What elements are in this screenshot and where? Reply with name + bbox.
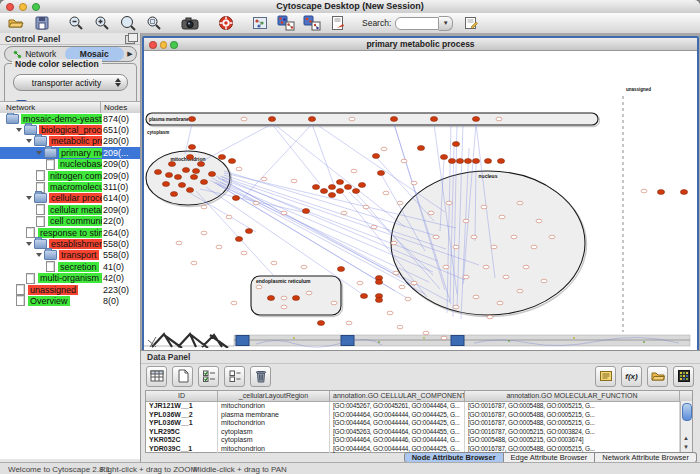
search-dropdown-icon[interactable]: ▼ bbox=[439, 16, 453, 31]
tree-row[interactable]: metabolic process280(0) bbox=[0, 136, 140, 147]
table-cell[interactable]: mitochondrion bbox=[218, 445, 330, 454]
network-view-window[interactable]: primary metabolic process plasma membran… bbox=[142, 36, 699, 353]
tree-row[interactable]: secretion41(0) bbox=[0, 261, 140, 272]
table-cell[interactable]: [GO:0044464, GO:0044446, GO:0044444, G..… bbox=[330, 436, 465, 445]
table-cell[interactable]: [GO:0016787, GO:0005488, GO:0005215, G..… bbox=[465, 419, 680, 428]
table-cell[interactable]: plasma membrane bbox=[218, 411, 330, 420]
table-cell[interactable]: YDR039C__1 bbox=[146, 445, 218, 454]
edit-network-icon[interactable] bbox=[461, 14, 481, 32]
expand-collapse-icon[interactable] bbox=[36, 151, 42, 155]
network-window-titlebar[interactable]: primary metabolic process bbox=[144, 38, 697, 51]
window-titlebar[interactable]: Cytoscape Desktop (New Session) bbox=[0, 0, 700, 14]
apply-layout-icon-1[interactable] bbox=[276, 14, 296, 32]
table-cell[interactable]: YLR295C bbox=[146, 428, 218, 437]
tree-item-label: Overview bbox=[28, 296, 70, 306]
tree-row[interactable]: nucleobase-209(0) bbox=[0, 159, 140, 170]
tree-row[interactable]: transport558(0) bbox=[0, 250, 140, 261]
folder-icon bbox=[44, 250, 57, 260]
tree-row[interactable]: multi-organism pro42(0) bbox=[0, 272, 140, 283]
apply-layout-icon-2[interactable] bbox=[302, 14, 322, 32]
column-header[interactable]: ID bbox=[146, 391, 218, 401]
zoom-fit-icon[interactable] bbox=[118, 14, 138, 32]
scroll-down-icon[interactable]: ▼ bbox=[681, 443, 691, 452]
tree-row[interactable]: unassigned223(0) bbox=[0, 284, 140, 295]
tree-row[interactable]: nitrogen compo209(0) bbox=[0, 170, 140, 181]
network-graph[interactable]: plasma membranecytoplasmmitochondrionnuc… bbox=[144, 51, 693, 348]
tree-row[interactable]: response to stimulu264(0) bbox=[0, 227, 140, 238]
table-cell[interactable]: [GO:0045267, GO:0045261, GO:0044464, G..… bbox=[330, 402, 465, 411]
zoom-selected-icon[interactable] bbox=[144, 14, 164, 32]
tree-row[interactable]: mosaic-demo-yeast874(0) bbox=[0, 113, 140, 124]
new-attribute-icon[interactable] bbox=[172, 366, 193, 387]
table-cell[interactable]: [GO:0005488, GO:0005215, GO:0003674] bbox=[465, 436, 680, 445]
attribute-matrix-icon[interactable] bbox=[673, 366, 694, 387]
label-attribute-icon[interactable] bbox=[595, 366, 616, 387]
table-cell[interactable]: YKR052C bbox=[146, 436, 218, 445]
table-row[interactable]: YKR052Ccytoplasm[GO:0044464, GO:0044446,… bbox=[146, 436, 692, 445]
save-session-icon[interactable] bbox=[32, 14, 52, 32]
zoom-in-icon[interactable] bbox=[92, 14, 112, 32]
more-tabs-icon[interactable]: ▶ bbox=[124, 50, 136, 58]
tree-header-network[interactable]: Network bbox=[6, 103, 35, 112]
tree-header-nodes[interactable]: Nodes bbox=[104, 103, 127, 112]
function-builder-icon[interactable]: f(x) bbox=[621, 366, 642, 387]
table-cell[interactable]: [GO:0016787, GO:0005488, GO:0005215, G..… bbox=[465, 402, 680, 411]
tree-row[interactable]: biological_process651(0) bbox=[0, 124, 140, 135]
table-cell[interactable]: [GO:0016787, GO:0005215, GO:0003824, G..… bbox=[465, 428, 680, 437]
expand-collapse-icon[interactable] bbox=[26, 139, 32, 143]
table-scrollbar[interactable]: ▲ ▼ bbox=[680, 401, 692, 452]
table-cell[interactable]: [GO:0044464, GO:0044444, GO:0044425, G..… bbox=[330, 419, 465, 428]
scrollbar-thumb[interactable] bbox=[682, 403, 692, 421]
network-canvas[interactable]: plasma membranecytoplasmmitochondrionnuc… bbox=[144, 51, 693, 348]
table-cell[interactable]: [GO:0044464, GO:0044444, GO:0044425, G..… bbox=[330, 411, 465, 420]
table-cell[interactable]: mitochondrion bbox=[218, 419, 330, 428]
tree-item-node-count: 614(0) bbox=[103, 193, 129, 203]
delete-attribute-trash-icon[interactable] bbox=[250, 366, 271, 387]
table-row[interactable]: YJR121W__1mitochondrion[GO:0045267, GO:0… bbox=[146, 402, 692, 411]
table-row[interactable]: YPL036W__2plasma membrane[GO:0044464, GO… bbox=[146, 411, 692, 420]
tree-row[interactable]: cell communicat22(0) bbox=[0, 216, 140, 227]
tree-row[interactable]: Overview8(0) bbox=[0, 295, 140, 306]
table-cell[interactable]: YPL036W__1 bbox=[146, 419, 218, 428]
float-panel-icon[interactable] bbox=[125, 35, 135, 44]
table-cell[interactable]: mitochondrion bbox=[218, 402, 330, 411]
column-header[interactable]: annotation.GO CELLULAR_COMPONENT bbox=[330, 391, 465, 401]
table-cell[interactable]: cytoplasm bbox=[218, 428, 330, 437]
help-lifering-icon[interactable] bbox=[216, 14, 236, 32]
tree-item-label: establishment of lo bbox=[49, 239, 102, 249]
tree-row[interactable]: establishment of lo558(0) bbox=[0, 238, 140, 249]
tree-row[interactable]: cellular metabol209(0) bbox=[0, 204, 140, 215]
network-tree[interactable]: mosaic-demo-yeast874(0)biological_proces… bbox=[0, 113, 140, 459]
attribute-table-header[interactable]: ID_cellularLayoutRegionannotation.GO CEL… bbox=[146, 391, 692, 402]
tree-row[interactable]: cellular process614(0) bbox=[0, 193, 140, 204]
attribute-table[interactable]: ID_cellularLayoutRegionannotation.GO CEL… bbox=[145, 390, 693, 453]
import-attributes-folder-icon[interactable] bbox=[647, 366, 668, 387]
attribute-table-body[interactable]: YJR121W__1mitochondrion[GO:0045267, GO:0… bbox=[146, 402, 692, 453]
table-cell[interactable]: [GO:0016787, GO:0005488, GO:0005215, G..… bbox=[465, 411, 680, 420]
table-row[interactable]: YLR295Ccytoplasm[GO:0045263, GO:0044464,… bbox=[146, 428, 692, 437]
search-input[interactable] bbox=[395, 17, 439, 30]
expand-collapse-icon[interactable] bbox=[26, 242, 32, 246]
tree-row[interactable]: primary metabo209(... bbox=[0, 147, 140, 158]
vizmapper-icon[interactable] bbox=[250, 14, 270, 32]
open-file-icon[interactable] bbox=[6, 14, 26, 32]
annotation-icon[interactable] bbox=[328, 14, 348, 32]
column-header[interactable]: annotation.GO MOLECULAR_FUNCTION bbox=[465, 391, 680, 401]
table-row[interactable]: YPL036W__1mitochondrion[GO:0044464, GO:0… bbox=[146, 419, 692, 428]
select-attributes-icon[interactable] bbox=[198, 366, 219, 387]
table-cell[interactable]: YJR121W__1 bbox=[146, 402, 218, 411]
snapshot-camera-icon[interactable] bbox=[180, 14, 200, 32]
expand-collapse-icon[interactable] bbox=[26, 196, 32, 200]
zoom-out-icon[interactable] bbox=[66, 14, 86, 32]
expand-collapse-icon[interactable] bbox=[16, 128, 22, 132]
table-cell[interactable]: cytoplasm bbox=[218, 436, 330, 445]
table-cell[interactable]: YPL036W__2 bbox=[146, 411, 218, 420]
expand-collapse-icon[interactable] bbox=[36, 253, 42, 257]
tree-row[interactable]: macromolecule311(0) bbox=[0, 181, 140, 192]
table-cell[interactable]: [GO:0045263, GO:0044464, GO:0044455, G..… bbox=[330, 428, 465, 437]
node-color-select[interactable]: transporter activity bbox=[13, 74, 128, 91]
attribute-table-icon[interactable] bbox=[146, 366, 167, 387]
unselect-attributes-icon[interactable] bbox=[224, 366, 245, 387]
scroll-up-icon[interactable]: ▲ bbox=[681, 434, 691, 443]
column-header[interactable]: _cellularLayoutRegion bbox=[218, 391, 330, 401]
